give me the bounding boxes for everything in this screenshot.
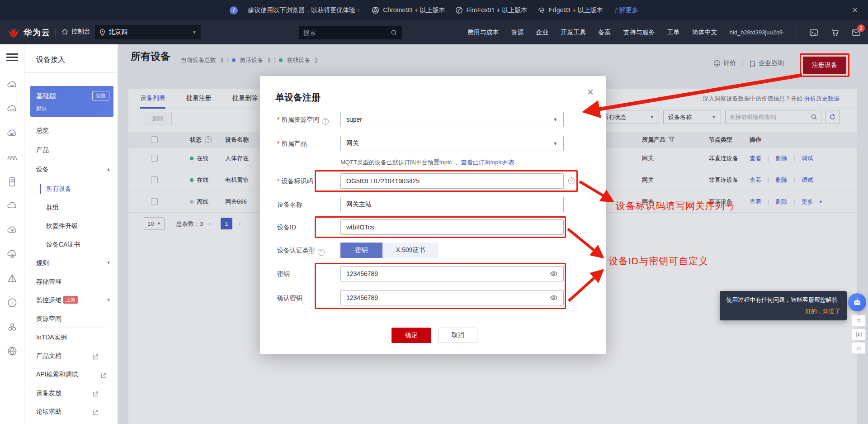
sidebar-item-resource-spaces[interactable]: 资源空间: [24, 313, 118, 324]
survey-float-button[interactable]: [852, 329, 866, 340]
cloud-server-icon[interactable]: [6, 79, 18, 91]
nav-item-tickets[interactable]: 工单: [667, 29, 680, 37]
menu-burger-icon[interactable]: [6, 52, 18, 63]
device-icon[interactable]: [6, 176, 18, 188]
device-code-input[interactable]: [346, 177, 558, 185]
nav-item-support[interactable]: 支持与服务: [623, 29, 655, 37]
product-select[interactable]: 网关▼: [340, 136, 564, 151]
nav-item-language[interactable]: 简体中文: [692, 29, 717, 37]
refresh-button[interactable]: [825, 110, 840, 124]
eye-icon[interactable]: [550, 270, 558, 278]
assistant-dismiss-link[interactable]: 好的，知道了: [726, 307, 840, 315]
prism-icon[interactable]: [6, 273, 18, 285]
topic-list-link[interactable]: 查看已订阅topic列表: [461, 159, 514, 166]
delete-link[interactable]: 删除: [775, 176, 787, 184]
debug-link[interactable]: 调试: [802, 154, 813, 162]
confirm-secret-input[interactable]: [346, 294, 550, 301]
filter-funnel-icon[interactable]: [669, 136, 675, 143]
cloud-ellipsis-icon[interactable]: [6, 103, 18, 115]
device-search-input[interactable]: [729, 114, 808, 120]
resource-space-select[interactable]: super▼: [340, 112, 564, 127]
delete-link[interactable]: 删除: [775, 198, 787, 206]
sidebar-item-storage[interactable]: 存储管理: [24, 276, 118, 287]
eye-icon[interactable]: [550, 294, 558, 302]
global-search[interactable]: [299, 26, 402, 39]
device-id-input[interactable]: [346, 224, 558, 231]
waves-icon[interactable]: [6, 152, 18, 163]
delete-button[interactable]: 删除: [144, 112, 172, 125]
auth-secret-option[interactable]: 密钥: [340, 243, 382, 258]
sidebar-item-overview[interactable]: 总览: [24, 125, 118, 136]
cart-icon[interactable]: [830, 28, 840, 37]
nav-item-icp[interactable]: 备案: [599, 29, 611, 37]
banner-learn-more-link[interactable]: 了解更多: [613, 6, 638, 14]
select-all-checkbox[interactable]: [151, 136, 158, 143]
device-name-input[interactable]: [346, 201, 558, 208]
nav-account-id[interactable]: hid_h28td393juu2s9-: [730, 29, 784, 36]
mail-icon[interactable]: 2: [852, 28, 861, 37]
enterprise-consult-button[interactable]: 企业咨询: [749, 59, 784, 67]
global-search-input[interactable]: [303, 29, 391, 36]
cancel-button[interactable]: 取消: [439, 328, 477, 343]
sidebar-item-monitoring[interactable]: 监控运维上新▼: [24, 295, 118, 305]
sidebar-item-products[interactable]: 产品: [24, 144, 118, 155]
analyze-history-link[interactable]: 分析历史数据: [804, 95, 840, 102]
nav-item-resources[interactable]: 资源: [511, 29, 524, 37]
feedback-float-button[interactable]: ☺: [852, 342, 866, 354]
edition-card[interactable]: 基础版 切换 默认: [30, 86, 113, 117]
debug-link[interactable]: 调试: [802, 176, 813, 184]
secret-input[interactable]: [346, 270, 550, 277]
row-checkbox[interactable]: [151, 198, 158, 205]
nav-item-enterprise[interactable]: 企业: [536, 29, 549, 37]
search-icon[interactable]: [811, 114, 817, 120]
assistant-robot-button[interactable]: [848, 293, 866, 311]
sidebar-item-api-explorer[interactable]: API检索和调试: [24, 369, 118, 380]
sidebar-item-all-devices[interactable]: 所有设备: [24, 183, 118, 194]
sidebar-item-docs[interactable]: 产品文档: [24, 350, 118, 361]
cloud-upload-icon[interactable]: [6, 224, 18, 236]
sidebar-item-devices[interactable]: 设备▲: [24, 164, 118, 175]
auth-x509-option[interactable]: X.509证书: [382, 243, 439, 258]
delete-link[interactable]: 删除: [775, 154, 787, 162]
sidebar-item-iotda-instances[interactable]: IoTDA实例: [24, 332, 118, 343]
rate-button[interactable]: 评价: [713, 59, 736, 67]
name-filter-select[interactable]: 设备名称▼: [663, 110, 721, 124]
banner-close-icon[interactable]: ✕: [852, 6, 858, 14]
register-device-button[interactable]: 注册设备: [803, 57, 846, 74]
more-link[interactable]: 更多: [802, 198, 813, 206]
nav-item-billing[interactable]: 费用与成本: [467, 29, 499, 37]
search-icon[interactable]: [391, 29, 397, 36]
page-size-select[interactable]: 10▼: [144, 217, 165, 230]
help-icon[interactable]: ?: [318, 249, 325, 256]
view-link[interactable]: 查看: [750, 176, 761, 184]
brand-name[interactable]: 华为云: [24, 27, 51, 38]
sidebar-item-forum[interactable]: 论坛求助: [24, 406, 118, 417]
terminal-icon[interactable]: [809, 28, 818, 37]
region-selector[interactable]: 北京四 ▼: [95, 25, 201, 39]
console-link[interactable]: 控制台: [61, 28, 90, 36]
sidebar-item-rules[interactable]: 规则▼: [24, 257, 118, 268]
tab-batch-register[interactable]: 批量注册: [186, 89, 212, 109]
close-icon[interactable]: ✕: [587, 87, 594, 97]
sidebar-item-groups[interactable]: 群组: [24, 202, 118, 213]
chevron-down-icon[interactable]: ▼: [819, 200, 823, 204]
globe-icon[interactable]: [6, 345, 18, 357]
cloud-sync-icon[interactable]: [6, 248, 18, 260]
cluster-icon[interactable]: [6, 321, 18, 333]
help-icon[interactable]: ?: [568, 177, 575, 184]
status-filter-select[interactable]: 所有状态▼: [598, 110, 659, 124]
tab-batch-delete[interactable]: 批量删除: [232, 89, 258, 109]
row-checkbox[interactable]: [151, 155, 158, 162]
device-search[interactable]: [725, 110, 821, 124]
edition-switch-button[interactable]: 切换: [92, 91, 109, 100]
prev-page-icon[interactable]: ‹: [209, 220, 211, 227]
view-link[interactable]: 查看: [750, 154, 761, 162]
confirm-button[interactable]: 确定: [392, 328, 431, 343]
help-icon[interactable]: ?: [205, 136, 212, 143]
view-link[interactable]: 查看: [750, 198, 761, 206]
sidebar-item-ca-certificates[interactable]: 设备CA证书: [24, 239, 118, 250]
tab-device-list[interactable]: 设备列表: [140, 89, 165, 109]
nav-item-devtools[interactable]: 开发工具: [561, 29, 586, 37]
row-checkbox[interactable]: [151, 176, 158, 183]
sidebar-item-firmware-upgrade[interactable]: 软固件升级: [24, 220, 118, 231]
